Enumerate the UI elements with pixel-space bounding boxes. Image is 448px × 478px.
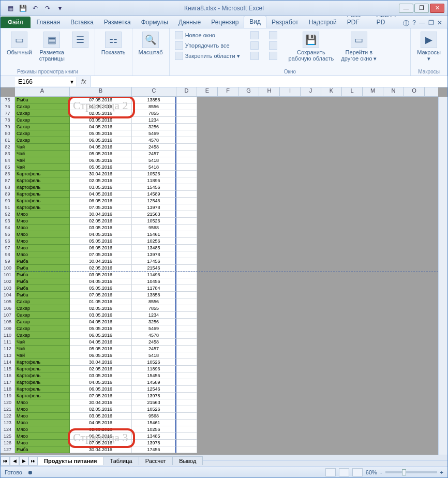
cell[interactable]: Мясо — [15, 433, 70, 440]
row-header[interactable]: 103 — [1, 285, 15, 292]
row-header[interactable]: 116 — [1, 372, 15, 379]
help-icon-2[interactable]: — — [419, 19, 425, 28]
col-header-D[interactable]: D — [176, 87, 197, 96]
zoom-level[interactable]: 60% — [366, 469, 377, 475]
cell[interactable]: 02.05.2016 — [70, 406, 132, 413]
macro-record-icon[interactable]: ⏺ — [27, 469, 33, 475]
cell[interactable] — [176, 352, 197, 359]
cell[interactable]: Чай — [15, 144, 70, 151]
cell[interactable]: Сахар — [15, 305, 70, 312]
cell[interactable] — [176, 325, 197, 332]
sync-scroll-button[interactable] — [268, 41, 278, 50]
ribbon-tab-формулы[interactable]: Формулы — [136, 17, 173, 28]
split-button[interactable] — [249, 31, 260, 40]
new-window-button[interactable]: Новое окно — [174, 31, 241, 40]
cell[interactable]: 02.05.2016 — [70, 265, 132, 272]
cell[interactable]: Рыба — [15, 285, 70, 292]
cell[interactable]: 04.05.2016 — [70, 379, 132, 386]
normal-view-button[interactable]: ▭Обычный — [5, 31, 34, 56]
cell[interactable] — [176, 238, 197, 245]
cell[interactable] — [176, 177, 197, 184]
cell[interactable]: Чай — [15, 164, 70, 171]
zoom-in-button[interactable]: + — [440, 469, 443, 475]
row-header[interactable]: 122 — [1, 413, 15, 420]
row-header[interactable]: 102 — [1, 278, 15, 285]
cell[interactable]: 2458 — [132, 144, 176, 151]
cell[interactable]: 03.05.2016 — [70, 225, 132, 231]
cell[interactable] — [176, 440, 197, 446]
row-header[interactable]: 105 — [1, 298, 15, 305]
cell[interactable]: Чай — [15, 352, 70, 359]
cell[interactable]: 05.05.2016 — [70, 164, 132, 171]
cell[interactable]: 11896 — [132, 366, 176, 372]
row-header[interactable]: 98 — [1, 251, 15, 258]
page-break-view-icon[interactable] — [352, 468, 363, 476]
custom-views-button[interactable]: ☰ — [70, 31, 91, 49]
row-header[interactable]: 83 — [1, 151, 15, 157]
cell[interactable]: 07.05.2016 — [70, 393, 132, 399]
col-header-C[interactable]: C — [132, 87, 176, 96]
row-header[interactable]: 119 — [1, 393, 15, 399]
grid-viewport[interactable]: 75Рыба07.05.20161385876Сахар01.05.201685… — [1, 97, 438, 455]
cell[interactable]: 4578 — [132, 332, 176, 339]
row-header[interactable]: 92 — [1, 211, 15, 218]
cell[interactable] — [176, 198, 197, 204]
ribbon-tab-вставка[interactable]: Вставка — [65, 17, 99, 28]
sheet-tab[interactable]: Продукты питания — [37, 456, 104, 465]
cell[interactable] — [176, 245, 197, 251]
cell[interactable]: Мясо — [15, 238, 70, 245]
help-icon-1[interactable]: ? — [412, 19, 416, 28]
cell[interactable]: Мясо — [15, 231, 70, 238]
cell[interactable]: Мясо — [15, 440, 70, 446]
cell[interactable] — [176, 420, 197, 426]
cell[interactable]: 04.05.2016 — [70, 420, 132, 426]
cell[interactable]: 04.05.2016 — [70, 144, 132, 151]
normal-view-icon[interactable] — [325, 468, 336, 476]
cell[interactable]: 03.05.2016 — [70, 272, 132, 278]
cell[interactable]: 30.04.2016 — [70, 211, 132, 218]
cell[interactable]: 04.05.2016 — [70, 124, 132, 130]
cell[interactable] — [176, 144, 197, 151]
cell[interactable]: 13978 — [132, 251, 176, 258]
cell[interactable]: 13978 — [132, 393, 176, 399]
cell[interactable] — [176, 130, 197, 137]
cell[interactable]: 14589 — [132, 191, 176, 198]
cell[interactable]: 30.04.2016 — [70, 171, 132, 177]
cell[interactable] — [176, 211, 197, 218]
cell[interactable]: 15461 — [132, 231, 176, 238]
cell[interactable]: 01.05.2016 — [70, 298, 132, 305]
col-header-M[interactable]: M — [363, 87, 383, 96]
cell[interactable]: 13485 — [132, 245, 176, 251]
row-header[interactable]: 112 — [1, 346, 15, 352]
help-icon-4[interactable]: ✕ — [437, 19, 442, 28]
horizontal-scrollbar[interactable] — [203, 460, 447, 461]
cell[interactable] — [176, 117, 197, 124]
cell[interactable] — [176, 157, 197, 164]
cell[interactable] — [176, 359, 197, 366]
cell[interactable]: Мясо — [15, 413, 70, 420]
freeze-panes-button[interactable]: Закрепить области ▾ — [174, 51, 241, 61]
row-header[interactable]: 110 — [1, 332, 15, 339]
cell[interactable]: Картофель — [15, 184, 70, 191]
cell[interactable] — [176, 258, 197, 265]
cell[interactable]: 21563 — [132, 211, 176, 218]
ribbon-tab-рецензир[interactable]: Рецензир — [206, 17, 244, 28]
qat-dropdown-icon[interactable]: ▾ — [54, 3, 66, 14]
cell[interactable]: 06.05.2016 — [70, 198, 132, 204]
row-header[interactable]: 106 — [1, 305, 15, 312]
cell[interactable]: 06.05.2016 — [70, 433, 132, 440]
cell[interactable]: 30.04.2016 — [70, 446, 132, 453]
cell[interactable]: Картофель — [15, 204, 70, 211]
cell[interactable]: Чай — [15, 157, 70, 164]
cell[interactable]: Картофель — [15, 366, 70, 372]
cell[interactable]: 2457 — [132, 151, 176, 157]
cell[interactable]: 30.04.2016 — [70, 399, 132, 406]
cell[interactable]: 11896 — [132, 177, 176, 184]
row-header[interactable]: 108 — [1, 319, 15, 325]
cell[interactable]: 10526 — [132, 359, 176, 366]
cell[interactable]: 10526 — [132, 171, 176, 177]
cell[interactable]: Сахар — [15, 124, 70, 130]
cell[interactable]: Рыба — [15, 97, 70, 103]
cell[interactable]: 07.05.2016 — [70, 204, 132, 211]
col-header-A[interactable]: A — [15, 87, 70, 96]
